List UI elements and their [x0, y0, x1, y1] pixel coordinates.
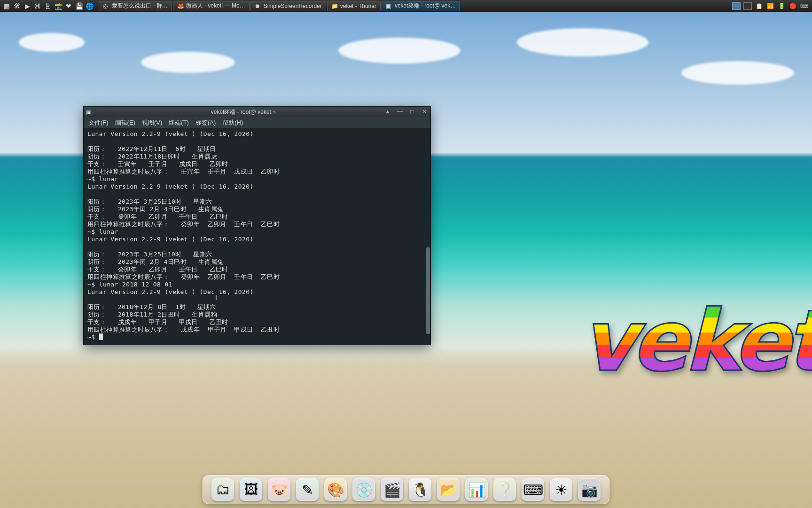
launcher-play[interactable]: ▶ [23, 1, 32, 11]
dock-camera[interactable]: 📷 [578, 478, 601, 501]
dock-disc-util[interactable]: 💿 [352, 478, 375, 501]
task-icon: ⏺ [255, 3, 261, 9]
task-icon: 🦊 [177, 3, 184, 9]
menu-item-1[interactable]: 编辑(E) [115, 119, 135, 127]
taskbar: ◎爱要怎么说出口 - 群…🦊微器人 - veket! — Mo…⏺SimpleS… [99, 1, 728, 11]
menu-item-3[interactable]: 终端(T) [169, 119, 189, 127]
dock-keyboard[interactable]: ⌨ [522, 478, 544, 501]
terminal-icon: ▣ [84, 109, 94, 116]
dock-brightness[interactable]: ☀ [550, 478, 572, 501]
task-label: 爱要怎么说出口 - 群… [112, 2, 168, 10]
close-button[interactable]: ✕ [420, 108, 429, 115]
task-2[interactable]: ⏺SimpleScreenRecorder [250, 1, 326, 11]
menu-item-2[interactable]: 视图(V) [142, 119, 162, 127]
task-label: veket终端 - root@ vek… [395, 2, 456, 10]
launcher-files[interactable]: 🗄 [43, 1, 53, 11]
tray-clipboard-icon[interactable]: 📋 [755, 2, 763, 10]
dock-file-manager[interactable]: 🗂 [211, 478, 234, 501]
task-icon: ◎ [103, 3, 109, 9]
task-icon: ▣ [386, 3, 392, 9]
terminal-body[interactable]: Lunar Version 2.2-9 (veket ) (Dec 16, 20… [84, 128, 430, 345]
quick-launch: ▦🛠▶⌘🗄📸❤💾🌐 [0, 1, 96, 11]
task-icon: 📁 [331, 3, 338, 9]
tray-battery-icon[interactable]: 🔋 [777, 2, 786, 10]
dock-folder-open[interactable]: 📂 [437, 478, 460, 501]
terminal-window: ▣ veket终端 - root@ veket:~ ▲—□✕ 文件(F)编辑(E… [83, 106, 431, 345]
task-0[interactable]: ◎爱要怎么说出口 - 群… [99, 1, 172, 11]
rollup-button[interactable]: ▲ [383, 108, 392, 115]
launcher-term[interactable]: ⌘ [33, 1, 42, 11]
menu-item-5[interactable]: 帮助(H) [222, 119, 243, 127]
terminal-title: veket终端 - root@ veket:~ [94, 108, 430, 116]
launcher-screenshot[interactable]: 📸 [54, 1, 63, 11]
launcher-tools[interactable]: 🛠 [12, 1, 22, 11]
menu-item-4[interactable]: 标签(A) [195, 119, 216, 127]
launcher-globe[interactable]: 🌐 [85, 1, 94, 11]
launcher-menu[interactable]: ▦ [2, 1, 11, 11]
text-cursor-ibeam: I [215, 294, 217, 302]
system-tray: 📋📶🔋🔴⌨ [728, 2, 812, 10]
tray-keyboard-icon[interactable]: ⌨ [800, 2, 808, 10]
workspace-2[interactable] [743, 2, 752, 10]
task-label: SimpleScreenRecorder [264, 3, 322, 9]
dock-help[interactable]: ❔ [493, 478, 516, 501]
terminal-menubar: 文件(F)编辑(E)视图(V)终端(T)标签(A)帮助(H) [84, 117, 430, 128]
dock-media-player[interactable]: 🎬 [381, 478, 403, 501]
dock-color-picker[interactable]: 🎨 [324, 478, 347, 501]
task-4[interactable]: ▣veket终端 - root@ vek… [382, 1, 460, 11]
terminal-titlebar[interactable]: ▣ veket终端 - root@ veket:~ ▲—□✕ [84, 107, 430, 117]
dock-office[interactable]: 📊 [465, 478, 488, 501]
tray-net-icon[interactable]: 📶 [766, 2, 774, 10]
dock-text-editor[interactable]: ✎ [296, 478, 319, 501]
workspace-1[interactable] [732, 2, 741, 10]
launcher-heart[interactable]: ❤ [64, 1, 73, 11]
task-label: veket - Thunar [340, 3, 376, 9]
task-3[interactable]: 📁veket - Thunar [327, 1, 381, 11]
minimize-button[interactable]: — [396, 108, 404, 115]
tray-rec-dot-icon[interactable]: 🔴 [789, 2, 797, 10]
menu-item-0[interactable]: 文件(F) [88, 119, 109, 127]
launcher-disk[interactable]: 💾 [74, 1, 84, 11]
terminal-cursor [99, 333, 103, 340]
maximize-button[interactable]: □ [408, 108, 416, 115]
dock-pig-game[interactable]: 🐷 [268, 478, 290, 501]
task-1[interactable]: 🦊微器人 - veket! — Mo… [173, 1, 250, 11]
dock: 🗂🖼🐷✎🎨💿🎬🐧📂📊❔⌨☀📷 [203, 475, 609, 504]
veket-logo: veket [581, 299, 812, 383]
task-label: 微器人 - veket! — Mo… [186, 2, 245, 10]
top-panel: ▦🛠▶⌘🗄📸❤💾🌐 ◎爱要怎么说出口 - 群…🦊微器人 - veket! — M… [0, 0, 812, 12]
terminal-output: Lunar Version 2.2-9 (veket ) (Dec 16, 20… [87, 130, 427, 341]
dock-image-editor[interactable]: 🖼 [240, 478, 262, 501]
terminal-scrollbar[interactable] [426, 128, 430, 345]
dock-tux-app[interactable]: 🐧 [409, 478, 431, 501]
